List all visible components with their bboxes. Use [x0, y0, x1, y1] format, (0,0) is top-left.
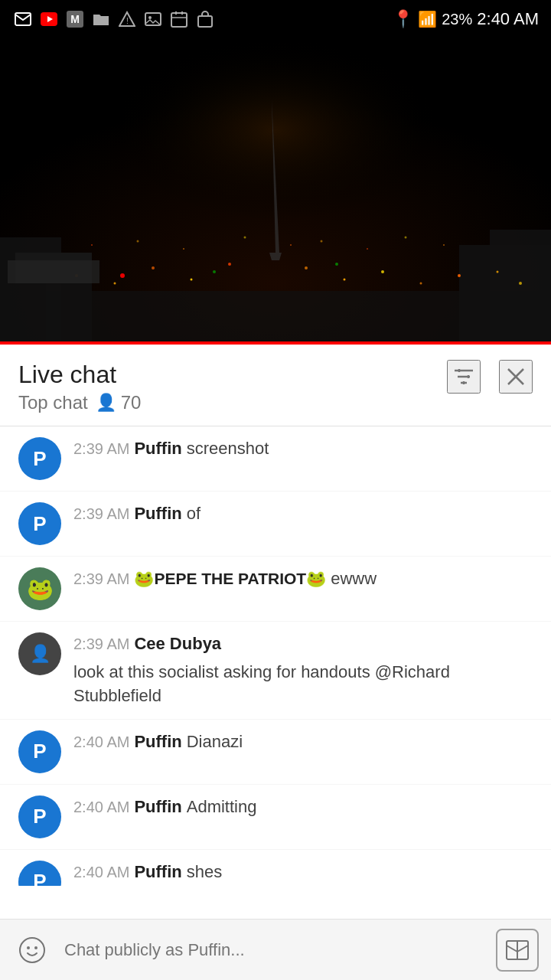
svg-point-35	[244, 237, 246, 239]
svg-point-34	[183, 248, 184, 250]
time-display: 2:40 AM	[477, 9, 539, 29]
youtube-icon	[38, 8, 60, 30]
video-progress-bar[interactable]	[0, 341, 551, 345]
message-author: Cee Dubya	[134, 632, 221, 656]
chat-message: P2:40 AMPuffinDianazi	[0, 720, 551, 785]
folder-icon	[90, 8, 112, 30]
app-icon-m2: M	[64, 8, 86, 30]
location-icon: 📍	[393, 9, 413, 29]
svg-point-26	[344, 279, 346, 281]
svg-point-36	[290, 244, 292, 246]
svg-point-43	[120, 273, 125, 278]
svg-point-32	[91, 244, 93, 246]
cityscape-svg	[0, 38, 551, 345]
avatar: 🐸	[18, 567, 61, 610]
status-bar: M ! 📍 📶 23% 2:40 AM	[0, 0, 551, 38]
chat-message: 👤2:39 AMCee Dubyalook at this socialist …	[0, 622, 551, 719]
live-chat-header: Live chat Top chat 👤 70	[0, 345, 551, 426]
svg-point-31	[519, 282, 522, 285]
warning-icon: !	[116, 8, 138, 30]
svg-text:!: !	[126, 17, 129, 25]
header-left: Live chat Top chat 👤 70	[18, 360, 141, 413]
message-time: 2:39 AM	[73, 633, 129, 655]
message-text: look at this socialist asking for handou…	[73, 661, 533, 708]
svg-point-57	[27, 946, 30, 949]
svg-point-39	[405, 237, 407, 239]
chat-message: 🐸2:39 AM🐸PEPE THE PATRIOT🐸ewww	[0, 557, 551, 622]
message-text: screenshot	[187, 437, 269, 461]
header-right	[447, 360, 533, 394]
message-author: Puffin	[134, 502, 181, 526]
message-text: Admitting	[187, 795, 257, 819]
svg-point-45	[335, 263, 338, 266]
svg-point-58	[34, 946, 37, 949]
message-text: ewww	[331, 567, 377, 591]
top-chat-label: Top chat	[18, 392, 88, 413]
status-bar-left: M !	[12, 8, 216, 30]
message-time: 2:40 AM	[73, 731, 129, 753]
message-content: 2:40 AMPuffinDianazi	[73, 730, 533, 754]
message-content: 2:40 AMPuffinAdmitting	[73, 795, 533, 819]
message-content: 2:39 AMPuffinscreenshot	[73, 437, 533, 461]
message-author: Puffin	[134, 795, 181, 819]
image-icon	[142, 8, 164, 30]
avatar: P	[18, 437, 61, 480]
message-content: 2:40 AMPuffinshes	[73, 861, 533, 884]
svg-point-33	[137, 240, 139, 243]
send-button[interactable]	[496, 929, 539, 972]
message-author: Puffin	[134, 437, 181, 461]
filter-button[interactable]	[447, 360, 481, 394]
message-time: 2:39 AM	[73, 568, 129, 590]
svg-point-22	[152, 266, 155, 270]
avatar: 👤	[18, 632, 61, 675]
chat-input[interactable]	[64, 940, 484, 960]
chat-message: P2:40 AMPuffinshes	[0, 850, 551, 887]
message-text: of	[187, 502, 201, 526]
svg-line-61	[517, 946, 528, 952]
svg-point-38	[367, 248, 368, 250]
svg-point-44	[213, 270, 216, 273]
message-time: 2:39 AM	[73, 438, 129, 459]
avatar: P	[18, 861, 61, 887]
status-bar-right: 📍 📶 23% 2:40 AM	[393, 9, 539, 29]
avatar: P	[18, 795, 61, 838]
svg-point-29	[458, 274, 461, 277]
chat-input-bar	[0, 919, 551, 980]
svg-point-40	[443, 244, 445, 246]
message-author: 🐸PEPE THE PATRIOT🐸	[134, 567, 326, 590]
svg-rect-42	[8, 260, 99, 283]
svg-line-60	[507, 946, 517, 952]
svg-point-6	[148, 16, 152, 19]
message-text: Dianazi	[187, 730, 243, 754]
message-content: 2:39 AMPuffinof	[73, 502, 533, 526]
message-text: shes	[187, 861, 222, 884]
wifi-icon: 📶	[418, 10, 437, 28]
viewer-count: 👤 70	[96, 392, 142, 413]
avatar: P	[18, 730, 61, 773]
message-content: 2:39 AM🐸PEPE THE PATRIOT🐸ewww	[73, 567, 533, 591]
battery-text: 23%	[442, 11, 472, 28]
svg-point-21	[114, 283, 116, 285]
video-content	[0, 38, 551, 345]
viewer-number: 70	[121, 392, 142, 413]
chat-message: P2:40 AMPuffinAdmitting	[0, 785, 551, 850]
svg-point-56	[20, 938, 44, 962]
svg-point-27	[381, 270, 384, 273]
svg-rect-7	[171, 13, 187, 27]
viewer-icon: 👤	[96, 393, 116, 413]
emoji-button[interactable]	[12, 930, 52, 970]
video-player[interactable]	[0, 38, 551, 345]
message-time: 2:40 AM	[73, 861, 129, 883]
live-chat-title: Live chat	[18, 360, 141, 389]
bag-icon	[194, 8, 216, 30]
chat-messages: P2:39 AMPuffinscreenshotP2:39 AMPuffinof…	[0, 426, 551, 886]
chat-message: P2:39 AMPuffinscreenshot	[0, 426, 551, 492]
svg-rect-11	[198, 16, 212, 27]
close-button[interactable]	[499, 360, 533, 394]
svg-rect-46	[0, 291, 551, 345]
live-chat-panel: Live chat Top chat 👤 70	[0, 345, 551, 886]
svg-point-25	[305, 266, 308, 270]
svg-point-28	[420, 283, 422, 285]
message-author: Puffin	[134, 861, 181, 884]
svg-point-24	[228, 263, 231, 266]
